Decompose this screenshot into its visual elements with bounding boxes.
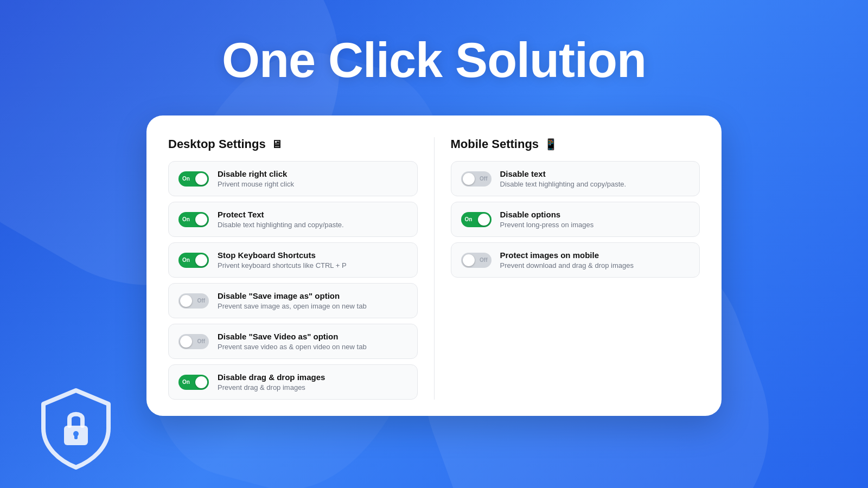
setting-text-disable-drag-drop: Disable drag & drop imagesPrevent drag &… [218,373,407,391]
main-content: One Click Solution Desktop Settings 🖥 On… [0,0,868,488]
toggle-off[interactable]: Off [178,334,209,349]
security-icon [33,385,119,472]
mobile-settings-column: Mobile Settings 📱 OffDisable textDisable… [451,137,700,400]
desktop-settings-column: Desktop Settings 🖥 OnDisable right click… [168,137,418,400]
setting-desc-disable-right-click: Privent mouse right click [218,180,407,188]
desktop-settings-title: Desktop Settings 🖥 [168,137,418,151]
setting-item-disable-right-click: OnDisable right clickPrivent mouse right… [168,161,418,196]
setting-text-disable-right-click: Disable right clickPrivent mouse right c… [218,169,407,188]
toggle-knob [180,336,192,348]
setting-title-stop-keyboard-shortcuts: Stop Keyboard Shortcuts [218,251,407,260]
setting-item-disable-text-mobile: OffDisable textDisable text highlighting… [451,161,700,196]
setting-desc-disable-save-video-as: Prevent save video as & open video on ne… [218,343,407,351]
setting-item-disable-save-video-as: OffDisable "Save Video as" optionPrevent… [168,324,418,359]
toggle-off[interactable]: Off [461,253,492,268]
setting-desc-protect-text: Disable text highlighting and copy/paste… [218,221,407,229]
setting-title-protect-text: Protect Text [218,210,407,219]
setting-item-protect-text: OnProtect TextDisable text highlighting … [168,202,418,237]
toggle-on[interactable]: On [178,375,209,390]
setting-title-disable-drag-drop: Disable drag & drop images [218,373,407,382]
setting-title-disable-save-image-as: Disable "Save image as" option [218,291,407,300]
toggle-knob [195,214,207,226]
toggle-knob [195,254,207,266]
toggle-off[interactable]: Off [461,171,492,187]
setting-desc-stop-keyboard-shortcuts: Privent keyboard shortcuts like CTRL + P [218,261,407,269]
setting-desc-disable-options-mobile: Prevent long-press on images [500,221,690,229]
setting-text-protect-text: Protect TextDisable text highlighting an… [218,210,407,229]
setting-item-disable-save-image-as: OffDisable "Save image as" optionPrevent… [168,283,418,318]
toggle-on[interactable]: On [178,253,209,268]
mobile-icon: 📱 [544,138,558,151]
column-divider [434,137,435,400]
setting-desc-disable-drag-drop: Prevent drag & drop images [218,383,407,391]
setting-desc-disable-save-image-as: Prevent save image as, open image on new… [218,302,407,310]
setting-item-disable-drag-drop: OnDisable drag & drop imagesPrevent drag… [168,364,418,400]
mobile-settings-list: OffDisable textDisable text highlighting… [451,161,700,278]
page-title: One Click Solution [222,33,646,88]
toggle-knob [463,254,475,266]
toggle-on[interactable]: On [461,212,492,227]
mobile-settings-title: Mobile Settings 📱 [451,137,700,151]
mobile-settings-label: Mobile Settings [451,137,539,151]
toggle-on[interactable]: On [178,212,209,227]
svg-rect-2 [74,434,78,439]
toggle-knob [180,295,192,307]
toggle-knob [478,214,490,226]
setting-text-disable-save-image-as: Disable "Save image as" optionPrevent sa… [218,291,407,310]
setting-title-disable-right-click: Disable right click [218,169,407,178]
settings-card: Desktop Settings 🖥 OnDisable right click… [146,115,722,416]
desktop-icon: 🖥 [271,138,282,151]
setting-title-disable-options-mobile: Disable options [500,210,690,219]
setting-text-disable-options-mobile: Disable optionsPrevent long-press on ima… [500,210,690,229]
toggle-on[interactable]: On [178,171,209,187]
toggle-knob [195,376,207,388]
setting-item-stop-keyboard-shortcuts: OnStop Keyboard ShortcutsPrivent keyboar… [168,242,418,278]
setting-text-protect-images-mobile: Protect images on mobilePrevent download… [500,251,690,269]
setting-desc-disable-text-mobile: Disable text highlighting and copy/paste… [500,180,690,188]
setting-title-protect-images-mobile: Protect images on mobile [500,251,690,260]
setting-desc-protect-images-mobile: Prevent download and drag & drop images [500,261,690,269]
toggle-knob [463,173,475,185]
setting-item-disable-options-mobile: OnDisable optionsPrevent long-press on i… [451,202,700,237]
setting-title-disable-text-mobile: Disable text [500,169,690,178]
desktop-settings-list: OnDisable right clickPrivent mouse right… [168,161,418,400]
toggle-off[interactable]: Off [178,293,209,309]
setting-text-disable-save-video-as: Disable "Save Video as" optionPrevent sa… [218,332,407,351]
desktop-settings-label: Desktop Settings [168,137,266,151]
setting-text-stop-keyboard-shortcuts: Stop Keyboard ShortcutsPrivent keyboard … [218,251,407,269]
toggle-knob [195,173,207,185]
setting-item-protect-images-mobile: OffProtect images on mobilePrevent downl… [451,242,700,278]
setting-title-disable-save-video-as: Disable "Save Video as" option [218,332,407,341]
setting-text-disable-text-mobile: Disable textDisable text highlighting an… [500,169,690,188]
